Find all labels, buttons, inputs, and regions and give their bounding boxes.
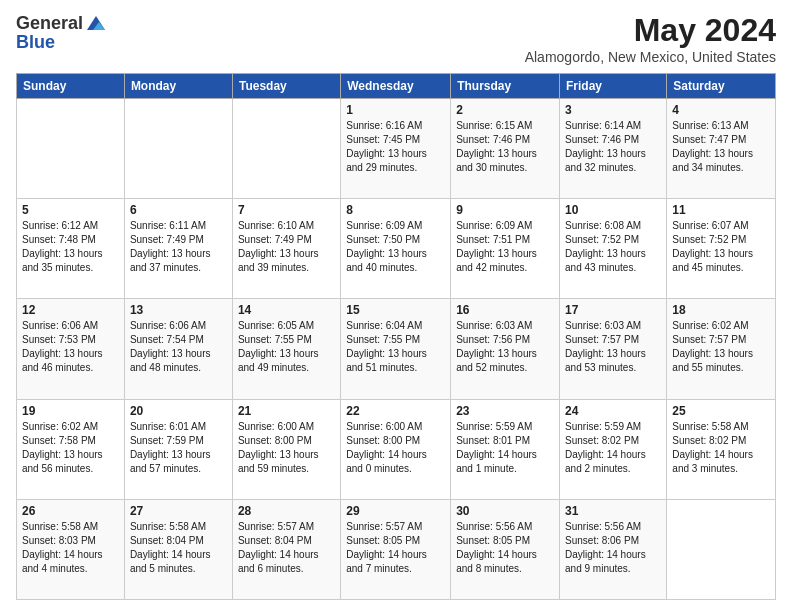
calendar-cell: 1Sunrise: 6:16 AM Sunset: 7:45 PM Daylig… (341, 99, 451, 199)
day-info: Sunrise: 6:00 AM Sunset: 8:00 PM Dayligh… (346, 420, 445, 476)
day-number: 3 (565, 103, 661, 117)
logo-icon (85, 12, 107, 34)
calendar-cell: 23Sunrise: 5:59 AM Sunset: 8:01 PM Dayli… (451, 399, 560, 499)
calendar-cell: 7Sunrise: 6:10 AM Sunset: 7:49 PM Daylig… (232, 199, 340, 299)
calendar-cell: 13Sunrise: 6:06 AM Sunset: 7:54 PM Dayli… (124, 299, 232, 399)
day-info: Sunrise: 5:59 AM Sunset: 8:01 PM Dayligh… (456, 420, 554, 476)
main-title: May 2024 (525, 12, 776, 49)
day-number: 13 (130, 303, 227, 317)
calendar-cell: 19Sunrise: 6:02 AM Sunset: 7:58 PM Dayli… (17, 399, 125, 499)
day-number: 18 (672, 303, 770, 317)
calendar-cell: 15Sunrise: 6:04 AM Sunset: 7:55 PM Dayli… (341, 299, 451, 399)
day-number: 19 (22, 404, 119, 418)
day-number: 10 (565, 203, 661, 217)
calendar-cell: 11Sunrise: 6:07 AM Sunset: 7:52 PM Dayli… (667, 199, 776, 299)
col-tuesday: Tuesday (232, 74, 340, 99)
col-sunday: Sunday (17, 74, 125, 99)
day-number: 1 (346, 103, 445, 117)
day-number: 8 (346, 203, 445, 217)
day-info: Sunrise: 6:08 AM Sunset: 7:52 PM Dayligh… (565, 219, 661, 275)
calendar-cell: 4Sunrise: 6:13 AM Sunset: 7:47 PM Daylig… (667, 99, 776, 199)
logo-general: General (16, 13, 83, 34)
day-info: Sunrise: 6:05 AM Sunset: 7:55 PM Dayligh… (238, 319, 335, 375)
day-info: Sunrise: 6:04 AM Sunset: 7:55 PM Dayligh… (346, 319, 445, 375)
calendar-cell: 21Sunrise: 6:00 AM Sunset: 8:00 PM Dayli… (232, 399, 340, 499)
calendar-cell: 6Sunrise: 6:11 AM Sunset: 7:49 PM Daylig… (124, 199, 232, 299)
calendar-cell: 14Sunrise: 6:05 AM Sunset: 7:55 PM Dayli… (232, 299, 340, 399)
day-number: 17 (565, 303, 661, 317)
day-info: Sunrise: 6:14 AM Sunset: 7:46 PM Dayligh… (565, 119, 661, 175)
day-number: 15 (346, 303, 445, 317)
title-block: May 2024 Alamogordo, New Mexico, United … (525, 12, 776, 65)
col-monday: Monday (124, 74, 232, 99)
day-number: 4 (672, 103, 770, 117)
calendar-cell (667, 499, 776, 599)
logo: General Blue (16, 12, 107, 53)
calendar-cell: 22Sunrise: 6:00 AM Sunset: 8:00 PM Dayli… (341, 399, 451, 499)
logo-blue: Blue (16, 32, 55, 53)
day-number: 25 (672, 404, 770, 418)
calendar-cell (17, 99, 125, 199)
day-number: 20 (130, 404, 227, 418)
day-info: Sunrise: 6:09 AM Sunset: 7:50 PM Dayligh… (346, 219, 445, 275)
day-info: Sunrise: 6:03 AM Sunset: 7:57 PM Dayligh… (565, 319, 661, 375)
day-info: Sunrise: 5:56 AM Sunset: 8:05 PM Dayligh… (456, 520, 554, 576)
day-number: 21 (238, 404, 335, 418)
day-info: Sunrise: 5:56 AM Sunset: 8:06 PM Dayligh… (565, 520, 661, 576)
subtitle: Alamogordo, New Mexico, United States (525, 49, 776, 65)
day-number: 30 (456, 504, 554, 518)
day-number: 29 (346, 504, 445, 518)
day-info: Sunrise: 6:15 AM Sunset: 7:46 PM Dayligh… (456, 119, 554, 175)
day-number: 2 (456, 103, 554, 117)
calendar-cell: 3Sunrise: 6:14 AM Sunset: 7:46 PM Daylig… (560, 99, 667, 199)
day-info: Sunrise: 6:09 AM Sunset: 7:51 PM Dayligh… (456, 219, 554, 275)
day-number: 27 (130, 504, 227, 518)
calendar-cell: 12Sunrise: 6:06 AM Sunset: 7:53 PM Dayli… (17, 299, 125, 399)
day-info: Sunrise: 6:03 AM Sunset: 7:56 PM Dayligh… (456, 319, 554, 375)
week-row-3: 19Sunrise: 6:02 AM Sunset: 7:58 PM Dayli… (17, 399, 776, 499)
calendar-cell: 16Sunrise: 6:03 AM Sunset: 7:56 PM Dayli… (451, 299, 560, 399)
day-info: Sunrise: 6:02 AM Sunset: 7:58 PM Dayligh… (22, 420, 119, 476)
col-friday: Friday (560, 74, 667, 99)
day-number: 26 (22, 504, 119, 518)
day-info: Sunrise: 6:02 AM Sunset: 7:57 PM Dayligh… (672, 319, 770, 375)
day-info: Sunrise: 6:06 AM Sunset: 7:53 PM Dayligh… (22, 319, 119, 375)
calendar-cell: 25Sunrise: 5:58 AM Sunset: 8:02 PM Dayli… (667, 399, 776, 499)
day-number: 9 (456, 203, 554, 217)
day-number: 12 (22, 303, 119, 317)
calendar-cell: 17Sunrise: 6:03 AM Sunset: 7:57 PM Dayli… (560, 299, 667, 399)
day-info: Sunrise: 6:07 AM Sunset: 7:52 PM Dayligh… (672, 219, 770, 275)
week-row-2: 12Sunrise: 6:06 AM Sunset: 7:53 PM Dayli… (17, 299, 776, 399)
day-info: Sunrise: 6:13 AM Sunset: 7:47 PM Dayligh… (672, 119, 770, 175)
calendar-cell: 20Sunrise: 6:01 AM Sunset: 7:59 PM Dayli… (124, 399, 232, 499)
day-info: Sunrise: 5:57 AM Sunset: 8:04 PM Dayligh… (238, 520, 335, 576)
day-number: 23 (456, 404, 554, 418)
page: General Blue May 2024 Alamogordo, New Me… (0, 0, 792, 612)
week-row-0: 1Sunrise: 6:16 AM Sunset: 7:45 PM Daylig… (17, 99, 776, 199)
calendar-cell: 28Sunrise: 5:57 AM Sunset: 8:04 PM Dayli… (232, 499, 340, 599)
week-row-4: 26Sunrise: 5:58 AM Sunset: 8:03 PM Dayli… (17, 499, 776, 599)
day-number: 16 (456, 303, 554, 317)
day-info: Sunrise: 5:57 AM Sunset: 8:05 PM Dayligh… (346, 520, 445, 576)
calendar-cell: 5Sunrise: 6:12 AM Sunset: 7:48 PM Daylig… (17, 199, 125, 299)
day-info: Sunrise: 6:10 AM Sunset: 7:49 PM Dayligh… (238, 219, 335, 275)
calendar-cell: 27Sunrise: 5:58 AM Sunset: 8:04 PM Dayli… (124, 499, 232, 599)
day-number: 11 (672, 203, 770, 217)
calendar-cell: 8Sunrise: 6:09 AM Sunset: 7:50 PM Daylig… (341, 199, 451, 299)
day-number: 5 (22, 203, 119, 217)
day-info: Sunrise: 6:12 AM Sunset: 7:48 PM Dayligh… (22, 219, 119, 275)
col-wednesday: Wednesday (341, 74, 451, 99)
day-number: 28 (238, 504, 335, 518)
calendar-cell: 30Sunrise: 5:56 AM Sunset: 8:05 PM Dayli… (451, 499, 560, 599)
calendar-cell: 31Sunrise: 5:56 AM Sunset: 8:06 PM Dayli… (560, 499, 667, 599)
calendar-cell (232, 99, 340, 199)
calendar-cell: 24Sunrise: 5:59 AM Sunset: 8:02 PM Dayli… (560, 399, 667, 499)
day-info: Sunrise: 6:16 AM Sunset: 7:45 PM Dayligh… (346, 119, 445, 175)
day-number: 24 (565, 404, 661, 418)
day-info: Sunrise: 5:58 AM Sunset: 8:02 PM Dayligh… (672, 420, 770, 476)
day-number: 22 (346, 404, 445, 418)
day-number: 14 (238, 303, 335, 317)
logo-text: General (16, 12, 107, 34)
calendar-cell: 26Sunrise: 5:58 AM Sunset: 8:03 PM Dayli… (17, 499, 125, 599)
day-info: Sunrise: 5:58 AM Sunset: 8:04 PM Dayligh… (130, 520, 227, 576)
